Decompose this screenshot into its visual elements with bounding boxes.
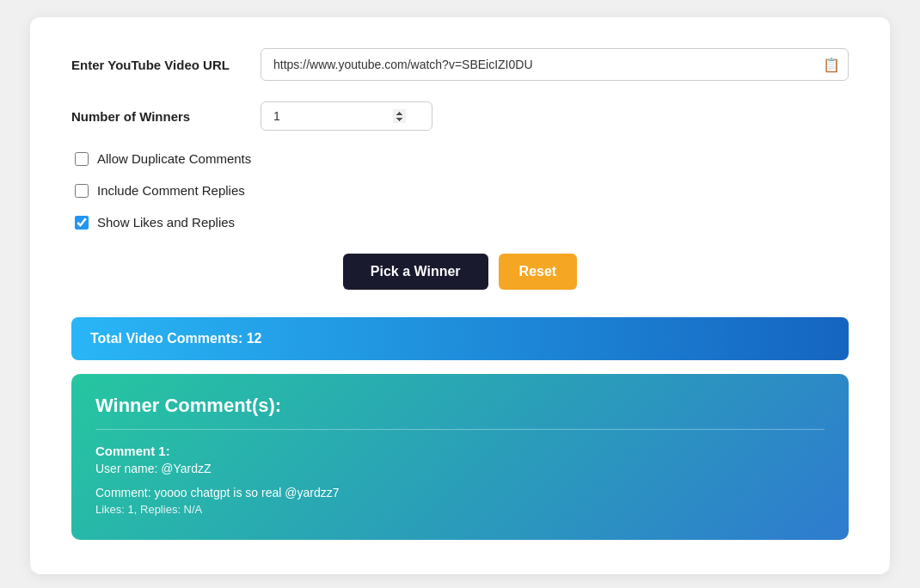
show-likes-label[interactable]: Show Likes and Replies [97, 215, 235, 230]
number-input-wrapper [261, 101, 432, 131]
url-label: Enter YouTube Video URL [71, 58, 261, 72]
total-label: Total Video Comments: [90, 331, 242, 346]
clipboard-icon[interactable]: 📋 [823, 57, 840, 73]
comment-block: Comment 1: User name: @YardzZ Comment: y… [95, 444, 825, 516]
comment-text: Comment: yoooo chatgpt is so real @yardz… [95, 486, 825, 499]
include-replies-label[interactable]: Include Comment Replies [97, 183, 245, 198]
pick-winner-button[interactable]: Pick a Winner [343, 254, 488, 290]
url-input[interactable] [261, 48, 849, 81]
number-row: Number of Winners [71, 101, 849, 131]
allow-duplicates-checkbox[interactable] [75, 152, 89, 166]
include-replies-row: Include Comment Replies [71, 183, 849, 198]
number-input[interactable] [261, 101, 432, 131]
comment-meta: Likes: 1, Replies: N/A [95, 503, 825, 516]
comment-username: User name: @YardzZ [95, 462, 825, 475]
allow-duplicates-label[interactable]: Allow Duplicate Comments [97, 151, 251, 166]
show-likes-checkbox[interactable] [75, 216, 89, 230]
allow-duplicates-row: Allow Duplicate Comments [71, 151, 849, 166]
url-row: Enter YouTube Video URL 📋 [71, 48, 849, 81]
reset-button[interactable]: Reset [499, 254, 578, 290]
comment-number: Comment 1: [95, 444, 825, 458]
buttons-row: Pick a Winner Reset [71, 254, 849, 290]
include-replies-checkbox[interactable] [75, 184, 89, 198]
main-card: Enter YouTube Video URL 📋 Number of Winn… [30, 17, 890, 574]
total-count: 12 [247, 331, 262, 346]
show-likes-row: Show Likes and Replies [71, 215, 849, 230]
url-input-wrapper: 📋 [261, 48, 849, 81]
number-label: Number of Winners [71, 109, 261, 124]
total-comments-bar: Total Video Comments: 12 [71, 317, 849, 360]
winner-card: Winner Comment(s): Comment 1: User name:… [71, 374, 849, 540]
total-comments-text: Total Video Comments: 12 [90, 331, 830, 346]
winner-title: Winner Comment(s): [95, 395, 825, 430]
